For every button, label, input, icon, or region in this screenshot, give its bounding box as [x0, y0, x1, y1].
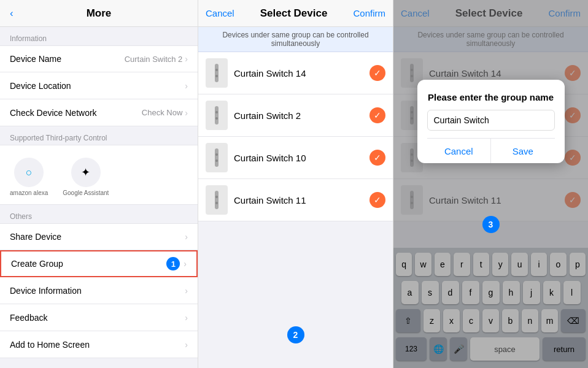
step-2-badge: 2 — [287, 326, 304, 343]
select-device-header: Cancel Select Device Confirm — [198, 0, 393, 27]
device-name-label: Device Name — [10, 54, 61, 64]
check-icon-3: ✓ — [369, 192, 385, 208]
panel2-device-item-3[interactable]: Curtain Switch 11 ✓ — [198, 179, 393, 221]
feedback-label: Feedback — [10, 313, 47, 323]
chevron-icon: › — [185, 108, 188, 118]
panel2-title: Select Device — [260, 7, 328, 20]
device-info-label: Device Information — [10, 286, 82, 296]
panel-settings: ‹ More Information Device Name Curtain S… — [0, 0, 198, 368]
chevron-icon: › — [185, 54, 188, 64]
chevron-icon: › — [185, 286, 188, 296]
check-icon-2: ✓ — [369, 150, 385, 166]
device-name-item[interactable]: Device Name Curtain Switch 2 › — [0, 45, 198, 72]
check-network-label: Check Device Network — [10, 108, 97, 118]
alexa-icon: ○ — [14, 158, 44, 187]
step-3-badge: 3 — [482, 216, 500, 233]
add-home-item[interactable]: Add to Home Screen › — [0, 331, 198, 358]
chevron-icon: › — [185, 313, 188, 323]
feedback-item[interactable]: Feedback › — [0, 304, 198, 331]
share-device-label: Share Device — [10, 232, 61, 242]
dialog-title: Please enter the group name — [427, 92, 555, 102]
third-party-section: ○ amazon alexa ✦ Google Assistant — [0, 145, 198, 205]
google-assistant-icon: ✦ — [71, 158, 101, 187]
panel2-device-item-1[interactable]: Curtain Switch 2 ✓ — [198, 94, 393, 137]
panel2-cancel-button[interactable]: Cancel — [206, 8, 234, 18]
google-icon-item: ✦ Google Assistant — [63, 158, 109, 197]
panel-select-device: Cancel Select Device Confirm Devices und… — [198, 0, 393, 368]
information-list: Device Name Curtain Switch 2 › Device Lo… — [0, 45, 198, 126]
device-icon-0 — [206, 58, 228, 88]
panel2-device-name-1: Curtain Switch 2 — [234, 110, 363, 121]
chevron-icon: › — [185, 232, 188, 242]
panel2-device-list: Curtain Switch 14 ✓ Curtain Switch 2 ✓ C… — [198, 52, 393, 221]
dialog-save-button[interactable]: Save — [491, 139, 555, 163]
settings-header: ‹ More — [0, 0, 198, 27]
third-party-section-label: Supported Third-party Control — [0, 126, 198, 145]
check-network-value: Check Now › — [142, 108, 188, 118]
chevron-icon: › — [185, 340, 188, 350]
device-icon-1 — [206, 101, 228, 130]
alexa-icon-item: ○ amazon alexa — [10, 158, 48, 197]
group-name-dialog: Please enter the group name Cancel Save — [417, 80, 565, 163]
chevron-icon: › — [184, 259, 187, 269]
device-location-chevron: › — [185, 81, 188, 91]
dialog-buttons: Cancel Save — [427, 138, 555, 163]
panel2-confirm-button[interactable]: Confirm — [353, 8, 385, 18]
check-icon-1: ✓ — [369, 107, 385, 123]
third-party-icons: ○ amazon alexa ✦ Google Assistant — [10, 158, 188, 197]
device-name-value: Curtain Switch 2 › — [125, 54, 188, 64]
others-list: Share Device › Create Group 1 › Device I… — [0, 223, 198, 358]
check-icon-0: ✓ — [369, 65, 385, 81]
back-button[interactable]: ‹ — [10, 7, 14, 20]
step-1-badge: 1 — [166, 257, 180, 270]
settings-title: More — [87, 7, 112, 20]
create-group-label: Create Group — [11, 259, 63, 269]
device-icon-3 — [206, 185, 228, 215]
google-label: Google Assistant — [63, 190, 109, 197]
dialog-cancel-button[interactable]: Cancel — [427, 139, 492, 163]
group-name-input[interactable] — [427, 110, 555, 131]
panel2-device-name-2: Curtain Switch 10 — [234, 153, 363, 163]
add-home-label: Add to Home Screen — [10, 340, 90, 350]
panel2-device-name-0: Curtain Switch 14 — [234, 68, 363, 79]
panel2-device-name-3: Curtain Switch 11 — [234, 195, 363, 205]
information-section-label: Information — [0, 27, 198, 45]
device-location-label: Device Location — [10, 81, 71, 91]
panel2-device-item-0[interactable]: Curtain Switch 14 ✓ — [198, 52, 393, 94]
panel2-info-banner: Devices under same group can be controll… — [198, 27, 393, 52]
dialog-overlay: Please enter the group name Cancel Save — [393, 0, 588, 368]
others-section-label: Others — [0, 205, 198, 223]
create-group-item[interactable]: Create Group 1 › — [0, 250, 198, 277]
alexa-label: amazon alexa — [10, 190, 48, 197]
panel-group-name: Cancel Select Device Confirm Devices und… — [393, 0, 588, 368]
chevron-icon: › — [185, 81, 188, 91]
device-location-item[interactable]: Device Location › — [0, 72, 198, 99]
check-network-item[interactable]: Check Device Network Check Now › — [0, 99, 198, 126]
device-info-item[interactable]: Device Information › — [0, 277, 198, 304]
share-device-item[interactable]: Share Device › — [0, 223, 198, 250]
panel2-device-item-2[interactable]: Curtain Switch 10 ✓ — [198, 137, 393, 179]
device-icon-2 — [206, 143, 228, 172]
